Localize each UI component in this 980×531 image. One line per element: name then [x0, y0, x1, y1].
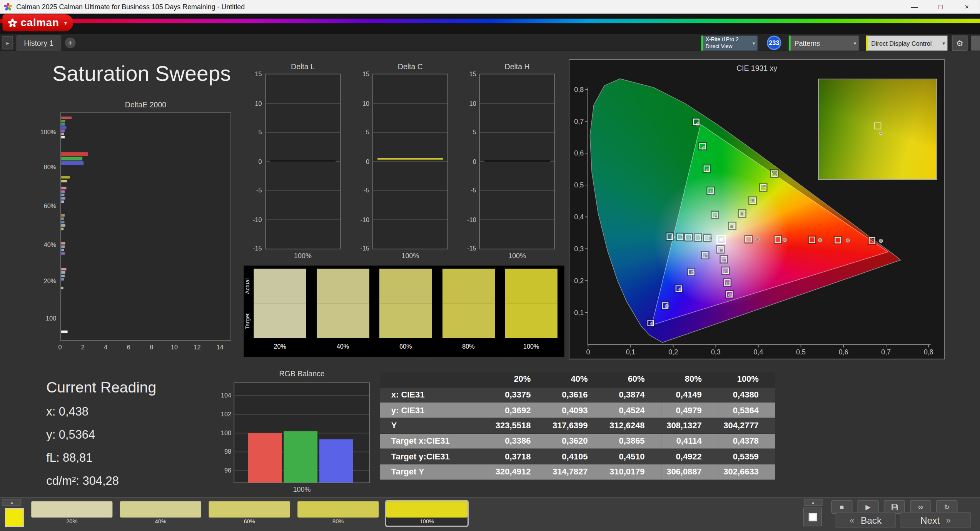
deltae-bar: [61, 278, 64, 281]
cie-measured-dot-red: [818, 239, 822, 242]
display-control-dropdown[interactable]: Direct Display Control ▾: [866, 36, 947, 51]
table-column-header: 80%: [661, 372, 718, 387]
delta-h-y-label: 10: [463, 100, 476, 107]
actual-swatch: [317, 269, 369, 303]
back-chevron-icon: «: [850, 515, 855, 525]
deltae-2000-chart: DeltaE 2000 100%80%60%40%20%100 02468101…: [37, 99, 234, 362]
cie-measured-dot-yellow: [751, 199, 755, 202]
pattern-swatch-label: 20%: [31, 518, 112, 526]
pattern-swatch-label: 100%: [386, 518, 467, 526]
table-column-header: 40%: [547, 372, 604, 387]
maximize-button[interactable]: □: [927, 0, 953, 14]
rgb-balance-x-label: 100%: [234, 486, 370, 493]
next-button[interactable]: Next »: [901, 512, 971, 528]
rgb-y-label: 100: [220, 429, 231, 436]
current-reading-x: x: 0,438: [46, 405, 156, 419]
pattern-swatch-40%[interactable]: 40%: [119, 500, 203, 527]
settings-gear-button[interactable]: ⚙: [952, 36, 968, 51]
deltae-y-label: 100%: [37, 129, 56, 135]
cie-measured-dot-red: [846, 239, 850, 242]
delta-l-y-label: 0: [249, 158, 262, 165]
actual-target-swatch-strip: Actual Target 20%40%60%80%100%: [244, 266, 564, 357]
deltae-bar: [61, 214, 65, 216]
chevron-down-icon: ▾: [750, 40, 757, 46]
table-value-cell: 0,4105: [547, 449, 604, 464]
patterns-dropdown[interactable]: Patterns ▾: [789, 36, 859, 51]
up-triangle-icon: ▲: [10, 500, 14, 504]
deltae-bar: [61, 157, 82, 160]
cie-y-tick-label: 0,3: [574, 245, 584, 253]
current-reading-cdm2: cd/m²: 304,28: [46, 474, 156, 488]
pattern-window-button[interactable]: [803, 508, 822, 526]
cie-measured-dot-magenta: [723, 259, 726, 262]
cie-x-tick-label: 0,7: [881, 348, 891, 356]
delta-c-title: Delta C: [372, 62, 448, 71]
meter-dropdown[interactable]: X-Rite i1Pro 2 Direct View ▾: [701, 36, 757, 51]
deltae-bar: [61, 180, 67, 182]
table-value-cell: 0,3616: [547, 387, 604, 403]
pattern-swatch-label: 60%: [209, 518, 290, 526]
meter-name: X-Rite i1Pro 2: [706, 37, 750, 43]
pattern-swatch-label: 80%: [297, 518, 379, 526]
pattern-swatch-color: [120, 501, 201, 518]
delta-h-y-label: -15: [463, 245, 476, 252]
gear-icon: ⚙: [956, 38, 963, 48]
deltae-x-axis: 02468101214: [37, 344, 234, 352]
pattern-swatch-20%[interactable]: 20%: [30, 500, 114, 527]
pattern-swatch-100%[interactable]: 100%: [385, 500, 469, 527]
current-pattern-preview[interactable]: [5, 508, 24, 527]
swatch-label: 100%: [505, 338, 557, 350]
swatch-label: 20%: [254, 338, 306, 350]
current-reading: Current Reading x: 0,438 y: 0,5364 fL: 8…: [46, 379, 156, 498]
main-content: Saturation Sweeps DeltaE 2000 100%80%60%…: [0, 51, 980, 497]
rgb-balance-y-axis: 1041021009896: [220, 369, 232, 494]
deltae-bar: [61, 268, 66, 270]
delta-c-y-label: 5: [356, 129, 369, 136]
pattern-swatch-60%[interactable]: 60%: [207, 500, 291, 527]
table-row-label: x: CIE31: [380, 387, 490, 403]
rgb-bar-blue: [319, 439, 353, 483]
cie-y-tick-label: 0,5: [574, 181, 584, 189]
collapse-right-button[interactable]: ▲: [804, 499, 823, 506]
cie-measured-dot-yellow: [773, 172, 776, 175]
deltae-bar: [61, 245, 65, 248]
table-column-header: 60%: [604, 372, 661, 387]
target-swatch: [505, 304, 557, 338]
table-value-cell: 0,3386: [490, 434, 547, 449]
add-tab-button[interactable]: +: [65, 37, 76, 48]
target-swatch: [442, 304, 494, 338]
inset-target-marker: [874, 122, 881, 129]
pattern-swatch-80%[interactable]: 80%: [296, 500, 380, 527]
table-value-cell: 0,4378: [718, 434, 775, 449]
cie-x-tick-label: 0,4: [754, 348, 763, 356]
pattern-swatch-color: [31, 501, 112, 518]
calman-flower-icon: [7, 18, 17, 28]
meter-count-badge[interactable]: 233: [767, 36, 781, 50]
current-reading-y: y: 0,5364: [46, 428, 156, 442]
cie-measured-dot-yellow: [740, 212, 744, 215]
tab-history-1[interactable]: History 1: [16, 35, 61, 51]
minimize-button[interactable]: —: [901, 0, 927, 14]
next-chevron-icon: »: [946, 515, 951, 525]
collapse-left-button[interactable]: ▲: [2, 499, 21, 506]
delta-l-plot-area: [265, 74, 341, 249]
deltae-chart-title: DeltaE 2000: [60, 101, 231, 110]
calman-logo-menu[interactable]: calman ▾: [2, 14, 73, 31]
deltae-x-label: 12: [192, 344, 203, 351]
logo-row: calman ▾: [0, 14, 980, 35]
close-button[interactable]: ×: [954, 0, 980, 14]
actual-swatch: [379, 269, 432, 303]
cie-target-marker-red: [775, 237, 781, 242]
tab-history-1-label: History 1: [24, 39, 53, 48]
delta-c-y-label: 0: [356, 158, 369, 165]
cie-zoom-inset: [818, 79, 937, 180]
back-button[interactable]: « Back: [836, 512, 896, 528]
window-title: Calman 2025 Calman Ultimate for Business…: [16, 3, 245, 10]
delta-l-chart: Delta L 151050-5-10-15 100%: [249, 62, 342, 262]
pane-toggle-button[interactable]: ▸: [2, 36, 13, 49]
window-controls: — □ ×: [901, 0, 980, 14]
play-icon: ▶: [865, 503, 871, 511]
table-value-cell: 0,3620: [547, 434, 604, 449]
back-label: Back: [861, 515, 881, 526]
toolbar-edge-button[interactable]: [971, 36, 980, 51]
